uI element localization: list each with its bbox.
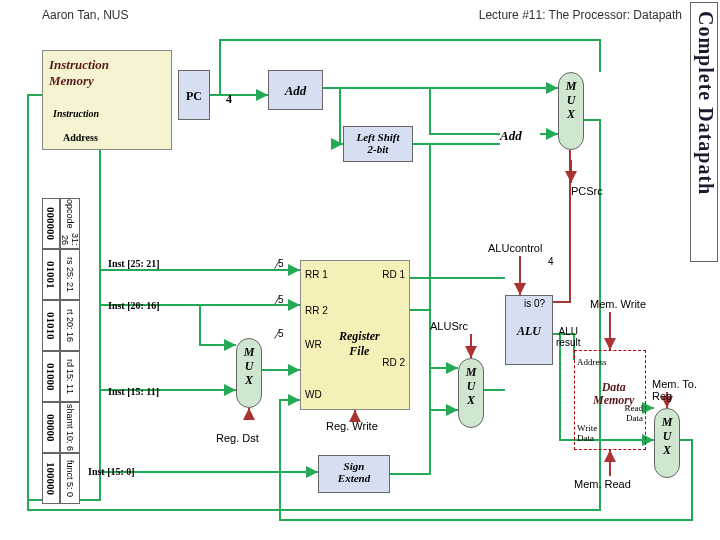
field-bits-2: 01010 — [42, 300, 60, 351]
regfile-title: RegisterFile — [339, 329, 380, 359]
imem-port: Instruction — [53, 108, 99, 119]
left-shift-block: Left Shift 2-bit — [343, 126, 413, 162]
header: Aaron Tan, NUS Lecture #11: The Processo… — [42, 8, 682, 22]
add-2-label: Add — [500, 128, 522, 144]
sign-extend-block: Sign Extend — [318, 455, 390, 493]
rd2-port: RD 2 — [382, 357, 405, 368]
field-bits-4: 00000 — [42, 402, 60, 453]
inst-15-0: Inst [15: 0] — [88, 466, 135, 477]
memwrite-label: Mem. Write — [590, 298, 646, 310]
instruction-field-table: 000000opcode 31: 26 01001rs 25: 21 01010… — [42, 198, 80, 504]
field-lbl-5: funct 5: 0 — [60, 453, 80, 504]
dmem-wd: WriteData — [577, 423, 597, 443]
wd-port: WD — [305, 389, 322, 400]
dmem-rd: ReadData — [625, 403, 644, 423]
dmem-addr: Address — [577, 357, 607, 367]
field-bits-1: 01001 — [42, 249, 60, 300]
bus-5-1: 5 — [278, 258, 284, 269]
memread-label: Mem. Read — [574, 478, 631, 490]
mux-regdst: MUX — [236, 338, 262, 408]
signext-l1: Sign — [344, 460, 365, 472]
is0-label: is 0? — [524, 298, 545, 309]
bus-5-2: 5 — [278, 294, 284, 305]
side-title: Complete Datapath — [690, 2, 718, 262]
inst-15-11: Inst [15: 11] — [108, 386, 159, 397]
lshift-l2: 2-bit — [368, 143, 389, 155]
field-lbl-2: rt 20: 16 — [60, 300, 80, 351]
imem-line2: Memory — [49, 73, 94, 88]
bus-5-3: 5 — [278, 328, 284, 339]
field-lbl-3: rd 15: 11 — [60, 351, 80, 402]
alusrc-label: ALUSrc — [430, 320, 468, 332]
rd1-port: RD 1 — [382, 269, 405, 280]
field-lbl-1: rs 25: 21 — [60, 249, 80, 300]
rr1-port: RR 1 — [305, 269, 328, 280]
alu-4: 4 — [548, 256, 554, 267]
rr2-port: RR 2 — [305, 305, 328, 316]
regwrite-label: Reg. Write — [326, 420, 378, 432]
inst-20-16: Inst [20: 16] — [108, 300, 160, 311]
imem-line1: Instruction — [49, 57, 109, 72]
const-4: 4 — [226, 92, 232, 107]
field-bits-5: 100000 — [42, 453, 60, 504]
register-file-block: RR 1 RR 2 WR WD RD 1 RD 2 RegisterFile — [300, 260, 410, 410]
field-bits-0: 000000 — [42, 198, 60, 249]
alucontrol-label: ALUcontrol — [488, 242, 542, 254]
lecture-label: Lecture #11: The Processor: Datapath — [479, 8, 682, 22]
memtoreg-label: Mem. To. Reg — [652, 378, 720, 402]
wr-port: WR — [305, 339, 322, 350]
add-1-block: Add — [268, 70, 323, 110]
instruction-memory-block: InstructionMemory Instruction Address — [42, 50, 172, 150]
field-lbl-0: opcode 31: 26 — [60, 198, 80, 249]
lshift-l1: Left Shift — [356, 131, 399, 143]
pc-block: PC — [178, 70, 210, 120]
mux-memtoreg: MUX — [654, 408, 680, 478]
inst-25-21: Inst [25: 21] — [108, 258, 160, 269]
alu-result-label: ALUresult — [556, 326, 580, 348]
signext-l2: Extend — [338, 472, 370, 484]
author-label: Aaron Tan, NUS — [42, 8, 129, 22]
field-lbl-4: shamt 10: 6 — [60, 402, 80, 453]
pcsrc-label: PCSrc — [571, 185, 603, 197]
data-memory-block: Address DataMemory WriteData ReadData — [574, 350, 646, 450]
imem-addr: Address — [63, 132, 98, 143]
mux-alusrc: MUX — [458, 358, 484, 428]
field-bits-3: 01000 — [42, 351, 60, 402]
mux-pcsrc: MUX — [558, 72, 584, 150]
regdst-label: Reg. Dst — [216, 432, 259, 444]
